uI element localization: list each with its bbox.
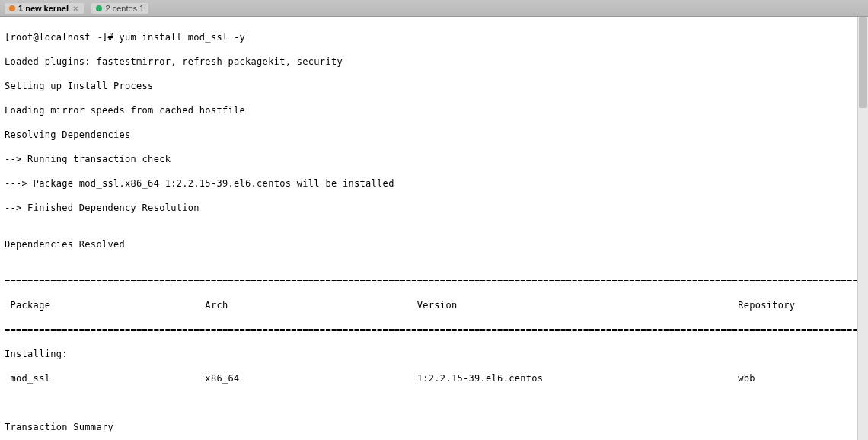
vm-icon <box>96 5 102 11</box>
prompt-line: [root@localhost ~]# yum install mod_ssl … <box>5 31 863 43</box>
tab-label: 1 new kernel <box>18 4 69 13</box>
vm-icon <box>9 5 15 11</box>
scroll-thumb[interactable] <box>859 17 867 108</box>
output-line: --> Running transaction check <box>5 153 863 165</box>
output-line: Dependencies Resolved <box>5 238 863 250</box>
separator: ========================================… <box>5 275 863 287</box>
table-headers: Package Arch Version Repository Size <box>5 299 863 311</box>
output-line: Loaded plugins: fastestmirror, refresh-p… <box>5 56 863 68</box>
separator: ========================================… <box>5 324 863 336</box>
output-line: Setting up Install Process <box>5 80 863 92</box>
tab-label: 2 centos 1 <box>105 4 144 13</box>
output-line: Resolving Dependencies <box>5 129 863 141</box>
tab-1[interactable]: 1 new kernel × <box>5 3 84 14</box>
output-line: Loading mirror speeds from cached hostfi… <box>5 104 863 116</box>
terminal-output[interactable]: [root@localhost ~]# yum install mod_ssl … <box>0 17 868 440</box>
tab-2[interactable]: 2 centos 1 <box>91 3 148 14</box>
package-row: mod_ssl x86_64 1:2.2.15-39.el6.centos wb… <box>5 372 863 384</box>
scrollbar[interactable] <box>857 17 868 440</box>
summary-title: Transaction Summary <box>5 421 863 433</box>
tabs-bar: 1 new kernel × 2 centos 1 <box>0 0 868 17</box>
installing-label: Installing: <box>5 348 863 360</box>
blank-line <box>5 397 863 409</box>
output-line: --> Finished Dependency Resolution <box>5 202 863 214</box>
close-icon[interactable]: × <box>72 4 79 13</box>
output-line: ---> Package mod_ssl.x86_64 1:2.2.15-39.… <box>5 177 863 190</box>
